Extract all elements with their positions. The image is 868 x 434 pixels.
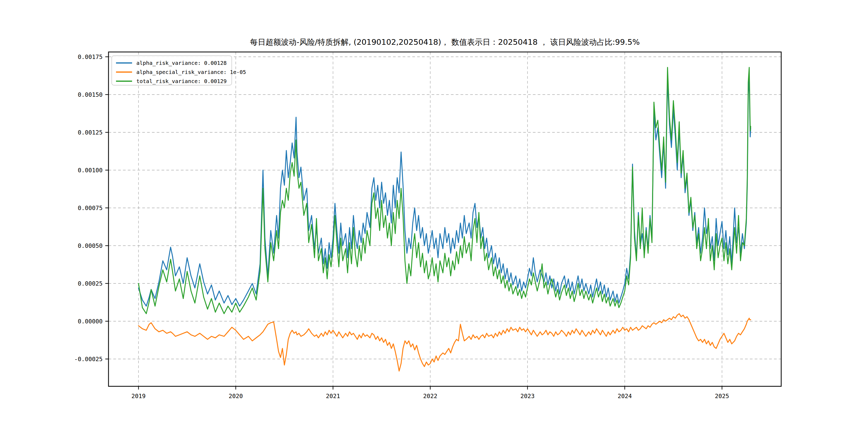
figure: 每日超额波动-风险/特质拆解, (20190102,20250418)， 数值表… (0, 0, 868, 434)
ytick-label: 0.00175 (78, 54, 103, 60)
xtick-label: 2021 (326, 393, 340, 399)
xtick-label: 2022 (423, 393, 437, 399)
ytick-label: 0.00150 (78, 91, 103, 98)
ytick-label: 0.00000 (78, 318, 103, 325)
xtick-label: 2019 (131, 393, 146, 399)
chart-canvas: 0.001750.001500.001250.001000.000750.000… (0, 0, 868, 434)
ytick-label: 0.00025 (78, 280, 103, 287)
xtick-label: 2025 (715, 393, 729, 399)
ytick-label: -0.00025 (74, 356, 103, 363)
ytick-label: 0.00050 (78, 243, 103, 249)
legend-label-alpha_risk_variance: alpha_risk_variance: 0.00128 (136, 60, 227, 66)
ytick-label: 0.00125 (78, 129, 103, 136)
series-line-alpha-risk-variance (138, 76, 751, 306)
xtick-label: 2020 (229, 393, 243, 399)
xtick-label: 2023 (521, 393, 535, 399)
axes-spines (108, 52, 781, 386)
ytick-label: 0.00100 (78, 167, 103, 174)
series-line-alpha-special-risk-variance (138, 314, 751, 371)
ytick-label: 0.00075 (78, 205, 103, 211)
legend-label-total_risk_variance: total_risk_variance: 0.00129 (136, 78, 227, 84)
legend-label-alpha_special_risk_variance: alpha_special_risk_variance: 1e-05 (136, 69, 246, 75)
series-line-total-risk-variance (138, 67, 751, 314)
xtick-label: 2024 (618, 393, 632, 399)
